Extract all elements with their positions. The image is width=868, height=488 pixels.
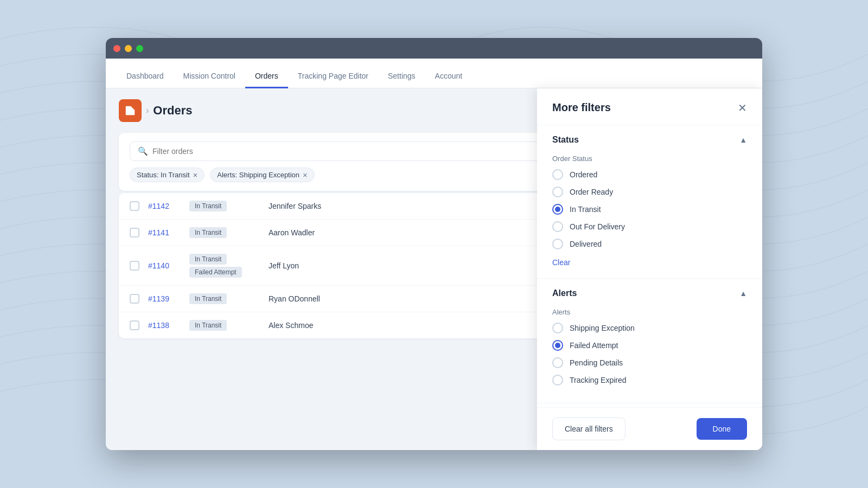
filter-section-status-header[interactable]: Status ▲ xyxy=(537,125,762,155)
nav-item-orders[interactable]: Orders xyxy=(245,65,288,88)
filter-tag-status-label: Status: In Transit xyxy=(137,171,190,179)
row-checkbox-1138[interactable] xyxy=(130,320,139,330)
main-content: › Orders 🔍 Status: In Transit × Alerts: … xyxy=(106,88,762,450)
nav-item-account[interactable]: Account xyxy=(425,65,473,88)
radio-option-in-transit[interactable]: In Transit xyxy=(552,204,747,215)
order-id-1140[interactable]: #1140 xyxy=(148,261,181,270)
radio-label-shipping-exception: Shipping Exception xyxy=(570,324,635,332)
clear-status-link[interactable]: Clear xyxy=(552,258,570,267)
nav-item-settings[interactable]: Settings xyxy=(378,65,425,88)
order-badges-1138: In Transit xyxy=(189,320,260,331)
filter-section-status-body: Order Status Ordered Order Ready In Tran… xyxy=(537,155,762,278)
filter-panel-close-button[interactable]: ✕ xyxy=(738,102,747,113)
radio-label-tracking-expired: Tracking Expired xyxy=(570,376,627,384)
radio-btn-pending-details[interactable] xyxy=(552,357,563,368)
radio-label-failed-attempt: Failed Attempt xyxy=(570,341,618,350)
radio-option-shipping-exception[interactable]: Shipping Exception xyxy=(552,323,747,333)
filter-section-alerts-title: Alerts xyxy=(552,288,577,298)
filter-group-order-status-label: Order Status xyxy=(552,155,747,163)
radio-option-order-ready[interactable]: Order Ready xyxy=(552,187,747,197)
radio-option-delivered[interactable]: Delivered xyxy=(552,239,747,249)
status-badge-1142: In Transit xyxy=(189,201,227,211)
order-badges-1140: In Transit Failed Attempt xyxy=(189,254,260,278)
radio-label-ordered: Ordered xyxy=(570,170,597,179)
filter-section-alerts: Alerts ▲ Alerts Shipping Exception Faile… xyxy=(537,279,762,403)
close-window-dot[interactable] xyxy=(113,45,120,52)
radio-btn-order-ready[interactable] xyxy=(552,187,563,197)
filter-panel-footer: Clear all filters Done xyxy=(537,407,762,450)
filter-panel-title: More filters xyxy=(552,101,611,114)
order-badges-1142: In Transit xyxy=(189,201,260,211)
order-badges-1141: In Transit xyxy=(189,227,260,238)
nav-item-mission-control[interactable]: Mission Control xyxy=(174,65,245,88)
order-id-1139[interactable]: #1139 xyxy=(148,294,181,303)
row-checkbox-1142[interactable] xyxy=(130,201,139,211)
app-logo xyxy=(119,99,142,122)
radio-btn-out-for-delivery[interactable] xyxy=(552,221,563,232)
radio-option-failed-attempt[interactable]: Failed Attempt xyxy=(552,340,747,351)
row-checkbox-1140[interactable] xyxy=(130,261,139,271)
filter-tag-alerts-label: Alerts: Shipping Exception xyxy=(217,171,299,179)
filter-tag-status[interactable]: Status: In Transit × xyxy=(130,168,205,182)
radio-option-out-for-delivery[interactable]: Out For Delivery xyxy=(552,221,747,232)
order-id-1138[interactable]: #1138 xyxy=(148,321,181,330)
clear-all-filters-button[interactable]: Clear all filters xyxy=(552,418,626,440)
filter-group-alerts-label: Alerts xyxy=(552,308,747,316)
radio-btn-ordered[interactable] xyxy=(552,169,563,180)
filter-tag-status-close[interactable]: × xyxy=(193,171,198,179)
filter-section-status: Status ▲ Order Status Ordered Order Read… xyxy=(537,125,762,279)
filter-section-alerts-body: Alerts Shipping Exception Failed Attempt… xyxy=(537,308,762,403)
done-button[interactable]: Done xyxy=(697,418,747,440)
radio-label-delivered: Delivered xyxy=(570,240,602,248)
row-checkbox-1139[interactable] xyxy=(130,294,139,304)
status-badge-1141: In Transit xyxy=(189,227,227,238)
filter-panel-header: More filters ✕ xyxy=(537,88,762,125)
radio-btn-failed-attempt[interactable] xyxy=(552,340,563,351)
radio-label-order-ready: Order Ready xyxy=(570,188,613,196)
order-badges-1139: In Transit xyxy=(189,293,260,304)
radio-option-tracking-expired[interactable]: Tracking Expired xyxy=(552,375,747,386)
status-badge-1140: In Transit xyxy=(189,254,227,265)
filter-section-status-title: Status xyxy=(552,135,579,145)
filter-panel: More filters ✕ Status ▲ Order Status Ord… xyxy=(537,88,762,450)
status-badge-1138: In Transit xyxy=(189,320,227,331)
row-checkbox-1141[interactable] xyxy=(130,228,139,237)
radio-btn-in-transit[interactable] xyxy=(552,204,563,215)
radio-label-pending-details: Pending Details xyxy=(570,358,623,367)
nav-item-tracking-page-editor[interactable]: Tracking Page Editor xyxy=(288,65,378,88)
filter-section-status-chevron-icon: ▲ xyxy=(739,136,747,144)
filter-section-alerts-chevron-icon: ▲ xyxy=(739,289,747,298)
radio-label-out-for-delivery: Out For Delivery xyxy=(570,222,625,231)
radio-label-in-transit: In Transit xyxy=(570,205,601,214)
radio-btn-tracking-expired[interactable] xyxy=(552,375,563,386)
extra-badge-1140: Failed Attempt xyxy=(189,267,242,278)
maximize-window-dot[interactable] xyxy=(136,45,143,52)
filter-panel-body: Status ▲ Order Status Ordered Order Read… xyxy=(537,125,762,407)
filter-tag-alerts[interactable]: Alerts: Shipping Exception × xyxy=(210,168,315,182)
app-window: Dashboard Mission Control Orders Trackin… xyxy=(106,38,762,450)
radio-option-ordered[interactable]: Ordered xyxy=(552,169,747,180)
minimize-window-dot[interactable] xyxy=(125,45,132,52)
search-icon: 🔍 xyxy=(138,146,148,156)
order-id-1142[interactable]: #1142 xyxy=(148,202,181,210)
radio-option-pending-details[interactable]: Pending Details xyxy=(552,357,747,368)
filter-tag-alerts-close[interactable]: × xyxy=(303,171,308,179)
filter-section-alerts-header[interactable]: Alerts ▲ xyxy=(537,279,762,308)
radio-btn-delivered[interactable] xyxy=(552,239,563,249)
radio-btn-shipping-exception[interactable] xyxy=(552,323,563,333)
title-bar xyxy=(106,38,762,59)
nav-item-dashboard[interactable]: Dashboard xyxy=(117,65,174,88)
main-nav: Dashboard Mission Control Orders Trackin… xyxy=(106,59,762,88)
status-badge-1139: In Transit xyxy=(189,293,227,304)
page-title: Orders xyxy=(153,104,192,118)
breadcrumb-chevron: › xyxy=(146,106,149,115)
order-id-1141[interactable]: #1141 xyxy=(148,228,181,237)
